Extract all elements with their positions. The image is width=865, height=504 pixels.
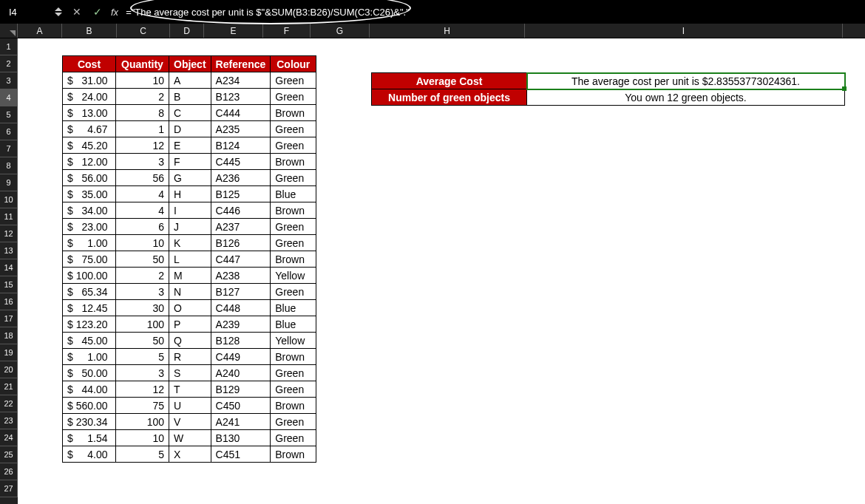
accept-formula-button[interactable]: ✓	[93, 6, 102, 18]
cell[interactable]: 10	[116, 235, 169, 251]
cell[interactable]: 5	[116, 349, 169, 365]
cell[interactable]: H	[169, 186, 211, 202]
cell[interactable]: $ 45.00	[63, 333, 116, 349]
row-header-1[interactable]: 1	[0, 38, 18, 55]
cell[interactable]: V	[169, 414, 211, 430]
cell[interactable]: Brown	[271, 202, 316, 219]
cell[interactable]: $ 4.67	[63, 121, 116, 137]
column-header-A[interactable]: A	[18, 24, 62, 38]
cell[interactable]: G	[169, 170, 211, 186]
cell[interactable]: O	[169, 300, 211, 316]
column-header-F[interactable]: F	[263, 24, 311, 38]
cell[interactable]: C445	[211, 154, 271, 170]
cell[interactable]: 8	[116, 105, 169, 121]
summary-label[interactable]: Average Cost	[372, 73, 527, 89]
cell[interactable]: $ 34.00	[63, 202, 116, 219]
summary-value[interactable]: You own 12 green objects.	[527, 89, 845, 106]
row-header-2[interactable]: 2	[0, 55, 18, 72]
row-header-25[interactable]: 25	[0, 446, 18, 463]
cell[interactable]: 4	[116, 202, 169, 219]
cell[interactable]: C448	[211, 300, 271, 316]
cell[interactable]: $ 100.00	[63, 268, 116, 284]
cell[interactable]: X	[169, 446, 211, 463]
row-header-19[interactable]: 19	[0, 344, 18, 361]
row-header-13[interactable]: 13	[0, 242, 18, 259]
row-header-21[interactable]: 21	[0, 378, 18, 395]
cell[interactable]: 50	[116, 333, 169, 349]
cell[interactable]: B123	[211, 89, 271, 105]
cell[interactable]: L	[169, 251, 211, 268]
cell[interactable]: Brown	[271, 105, 316, 121]
cell[interactable]: $ 1.54	[63, 430, 116, 446]
cell[interactable]: F	[169, 154, 211, 170]
column-header-G[interactable]: G	[311, 24, 370, 38]
cell[interactable]: 75	[116, 398, 169, 414]
cell[interactable]: Brown	[271, 349, 316, 365]
column-header-E[interactable]: E	[204, 24, 263, 38]
cell[interactable]: $ 44.00	[63, 381, 116, 398]
cell[interactable]: Blue	[271, 316, 316, 333]
row-header-14[interactable]: 14	[0, 259, 18, 276]
row-header-11[interactable]: 11	[0, 208, 18, 225]
fx-icon[interactable]: fx	[111, 7, 118, 18]
cell[interactable]: $ 1.00	[63, 349, 116, 365]
cell[interactable]: 12	[116, 381, 169, 398]
cell[interactable]: Green	[271, 121, 316, 137]
cell[interactable]: Green	[271, 381, 316, 398]
cell[interactable]: Q	[169, 333, 211, 349]
cell[interactable]: B126	[211, 235, 271, 251]
column-header-D[interactable]: D	[170, 24, 204, 38]
cell[interactable]: $ 560.00	[63, 398, 116, 414]
cell[interactable]: C451	[211, 446, 271, 463]
cell[interactable]: I	[169, 202, 211, 219]
cell[interactable]: 56	[116, 170, 169, 186]
row-header-5[interactable]: 5	[0, 106, 18, 123]
summary-label[interactable]: Number of green objects	[372, 89, 527, 106]
cell[interactable]: $ 13.00	[63, 105, 116, 121]
cell[interactable]: $ 65.34	[63, 284, 116, 300]
cell[interactable]: A238	[211, 268, 271, 284]
cell[interactable]: 100	[116, 316, 169, 333]
cell[interactable]: D	[169, 121, 211, 137]
cell[interactable]: N	[169, 284, 211, 300]
cell[interactable]: Brown	[271, 446, 316, 463]
cell[interactable]: $ 75.00	[63, 251, 116, 268]
cell[interactable]: B130	[211, 430, 271, 446]
formula-input[interactable]	[123, 4, 859, 20]
row-header-20[interactable]: 20	[0, 361, 18, 378]
cell[interactable]: $ 230.34	[63, 414, 116, 430]
cell[interactable]: Brown	[271, 154, 316, 170]
row-header-26[interactable]: 26	[0, 463, 18, 480]
cell[interactable]: S	[169, 365, 211, 381]
cell[interactable]: $ 123.20	[63, 316, 116, 333]
cell[interactable]: 3	[116, 365, 169, 381]
column-header-I[interactable]: I	[525, 24, 843, 38]
select-all-triangle[interactable]	[0, 24, 18, 38]
row-header-6[interactable]: 6	[0, 123, 18, 140]
cell[interactable]: $ 12.00	[63, 154, 116, 170]
cell[interactable]: Green	[271, 137, 316, 154]
row-header-7[interactable]: 7	[0, 140, 18, 157]
cell[interactable]: Blue	[271, 300, 316, 316]
cell[interactable]: A241	[211, 414, 271, 430]
cell[interactable]: $ 4.00	[63, 446, 116, 463]
cell[interactable]: $ 50.00	[63, 365, 116, 381]
row-header-4[interactable]: 4	[0, 89, 18, 106]
cell[interactable]: A240	[211, 365, 271, 381]
cell[interactable]: 1	[116, 121, 169, 137]
cell[interactable]: Brown	[271, 251, 316, 268]
cell[interactable]: $ 24.00	[63, 89, 116, 105]
cell[interactable]: C450	[211, 398, 271, 414]
cell[interactable]: 2	[116, 89, 169, 105]
cell[interactable]: P	[169, 316, 211, 333]
cell[interactable]: B129	[211, 381, 271, 398]
row-header-22[interactable]: 22	[0, 395, 18, 412]
cell[interactable]: 3	[116, 154, 169, 170]
table-header[interactable]: Object	[169, 56, 211, 72]
row-header-18[interactable]: 18	[0, 327, 18, 344]
cell[interactable]: Green	[271, 235, 316, 251]
cell[interactable]: Brown	[271, 398, 316, 414]
cell[interactable]: E	[169, 137, 211, 154]
cell[interactable]: $ 35.00	[63, 186, 116, 202]
cell[interactable]: B128	[211, 333, 271, 349]
